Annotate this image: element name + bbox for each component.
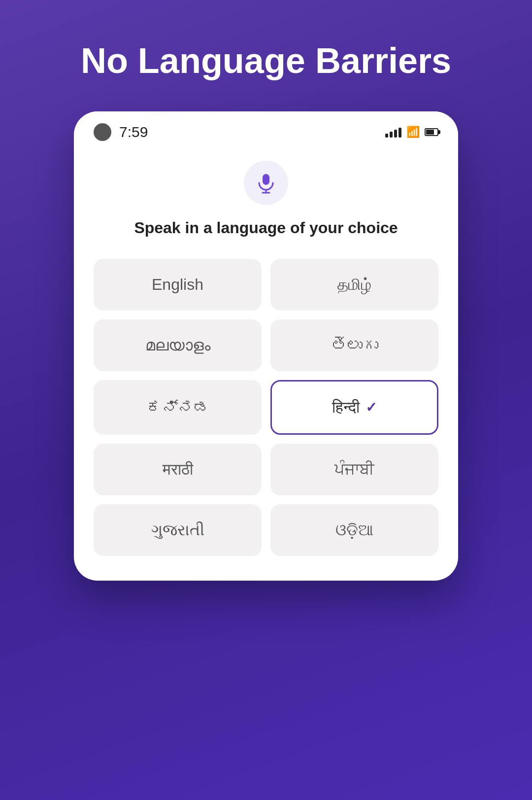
status-left: 7:59 [94,123,148,141]
phone-content: Speak in a language of your choice Engli… [74,151,458,566]
language-btn-gujarati[interactable]: ગુજરાતી [94,504,262,556]
svg-rect-0 [263,174,269,185]
battery-icon [425,128,438,136]
language-btn-kannada[interactable]: ಕನ್ನಡ [94,380,262,435]
language-btn-telugu[interactable]: తెలుగు [270,319,438,371]
language-btn-tamil[interactable]: தமிழ் [270,259,438,311]
wifi-icon: 📶 [406,126,420,139]
mic-container [244,161,288,205]
phone-mockup: 7:59 📶 Speak in a language of you [74,111,458,581]
language-btn-punjabi[interactable]: ਪੰਜਾਬੀ [270,444,438,495]
language-btn-odia[interactable]: ଓଡ଼ିଆ [270,504,438,556]
status-right: 📶 [385,126,438,139]
language-btn-hindi[interactable]: हिन्दी ✓ [270,380,438,435]
microphone-icon [255,172,277,194]
speak-instruction: Speak in a language of your choice [134,217,398,239]
language-btn-english[interactable]: English [94,259,262,311]
status-bar: 7:59 📶 [74,111,458,151]
status-time: 7:59 [119,124,148,140]
camera-dot [94,123,111,141]
language-grid: English தமிழ் മലയാളം తెలుగు ಕನ್ನಡ हिन्दी… [94,259,438,556]
signal-icon [385,127,401,138]
language-btn-malayalam[interactable]: മലയാളം [94,319,262,371]
language-btn-marathi[interactable]: मराठी [94,444,262,495]
selected-check-icon: ✓ [366,399,377,416]
page-title: No Language Barriers [41,39,491,82]
